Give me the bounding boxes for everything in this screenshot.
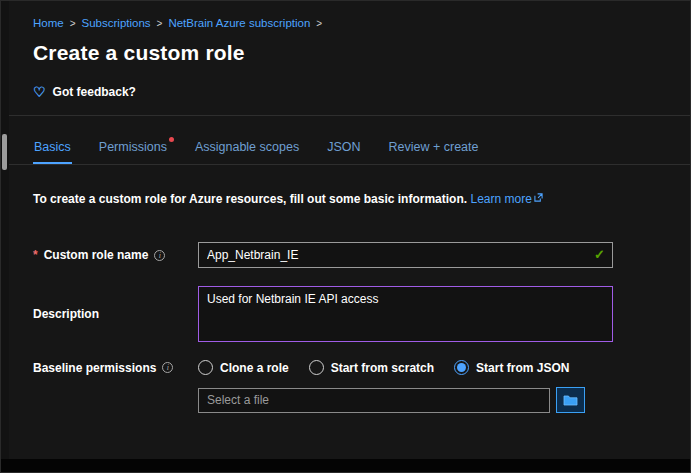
learn-more-label: Learn more <box>470 192 531 206</box>
external-link-icon <box>534 191 543 205</box>
tab-assignable-scopes[interactable]: Assignable scopes <box>194 140 300 164</box>
breadcrumb-separator: > <box>157 18 163 29</box>
tab-permissions-label: Permissions <box>99 140 167 154</box>
wizard-tabs: Basics Permissions Assignable scopes JSO… <box>33 140 666 164</box>
breadcrumb-netbrain-subscription[interactable]: NetBrain Azure subscription <box>168 17 310 29</box>
radio-clone-a-role-label: Clone a role <box>220 361 289 375</box>
radio-selected-icon <box>454 360 469 375</box>
learn-more-link[interactable]: Learn more <box>470 192 542 206</box>
file-picker-row <box>198 387 666 413</box>
error-dot-icon <box>169 137 174 142</box>
create-custom-role-page: Home > Subscriptions > NetBrain Azure su… <box>0 0 691 473</box>
left-edge-strip <box>1 1 9 472</box>
tab-assignable-scopes-label: Assignable scopes <box>195 140 299 154</box>
custom-role-name-input[interactable] <box>198 242 613 268</box>
baseline-permissions-label: Baseline permissions i <box>33 361 198 375</box>
browse-file-button[interactable] <box>556 387 585 413</box>
breadcrumb-home[interactable]: Home <box>33 17 64 29</box>
baseline-permissions-text: Baseline permissions <box>33 361 156 375</box>
custom-role-name-input-wrap: ✓ <box>198 242 613 268</box>
scrollbar-thumb[interactable] <box>2 134 7 170</box>
page-title: Create a custom role <box>33 41 666 65</box>
description-row: Description Used for Netbrain IE API acc… <box>33 286 666 342</box>
info-icon[interactable]: i <box>154 250 165 261</box>
baseline-permissions-row: Baseline permissions i Clone a role Star… <box>33 360 666 375</box>
custom-role-name-label: * Custom role name i <box>33 248 198 262</box>
radio-start-from-scratch[interactable]: Start from scratch <box>309 360 434 375</box>
tab-review-create-label: Review + create <box>388 140 478 154</box>
folder-icon <box>563 394 578 406</box>
custom-role-name-text: Custom role name <box>44 248 149 262</box>
breadcrumb: Home > Subscriptions > NetBrain Azure su… <box>33 17 666 29</box>
radio-circle-icon <box>309 360 324 375</box>
divider <box>9 115 690 116</box>
bottom-edge-strip <box>1 459 690 472</box>
radio-clone-a-role[interactable]: Clone a role <box>198 360 289 375</box>
radio-start-from-json-label: Start from JSON <box>476 361 569 375</box>
tab-review-create[interactable]: Review + create <box>387 140 479 164</box>
tab-json[interactable]: JSON <box>326 140 361 164</box>
radio-circle-icon <box>198 360 213 375</box>
breadcrumb-subscriptions[interactable]: Subscriptions <box>82 17 151 29</box>
got-feedback-label: Got feedback? <box>53 85 136 99</box>
description-label: Description <box>33 307 198 321</box>
select-file-input[interactable] <box>198 388 550 413</box>
breadcrumb-separator: > <box>316 18 322 29</box>
heart-icon: ♡ <box>33 85 46 99</box>
radio-start-from-json[interactable]: Start from JSON <box>454 360 569 375</box>
baseline-permissions-radio-group: Clone a role Start from scratch Start fr… <box>198 360 569 375</box>
breadcrumb-separator: > <box>70 18 76 29</box>
tab-basics-label: Basics <box>34 140 71 154</box>
custom-role-name-row: * Custom role name i ✓ <box>33 242 666 268</box>
radio-start-from-scratch-label: Start from scratch <box>331 361 434 375</box>
got-feedback-button[interactable]: ♡ Got feedback? <box>33 85 136 99</box>
info-icon[interactable]: i <box>162 362 173 373</box>
intro-text-label: To create a custom role for Azure resour… <box>33 192 467 206</box>
tab-basics[interactable]: Basics <box>33 140 72 164</box>
page-content: Home > Subscriptions > NetBrain Azure su… <box>9 1 690 472</box>
required-asterisk: * <box>33 248 38 262</box>
description-textarea[interactable]: Used for Netbrain IE API access <box>198 286 613 342</box>
intro-text: To create a custom role for Azure resour… <box>33 191 666 206</box>
divider <box>9 164 690 165</box>
tab-json-label: JSON <box>327 140 360 154</box>
description-text: Description <box>33 307 99 321</box>
tab-permissions[interactable]: Permissions <box>98 140 168 164</box>
valid-check-icon: ✓ <box>594 247 605 262</box>
